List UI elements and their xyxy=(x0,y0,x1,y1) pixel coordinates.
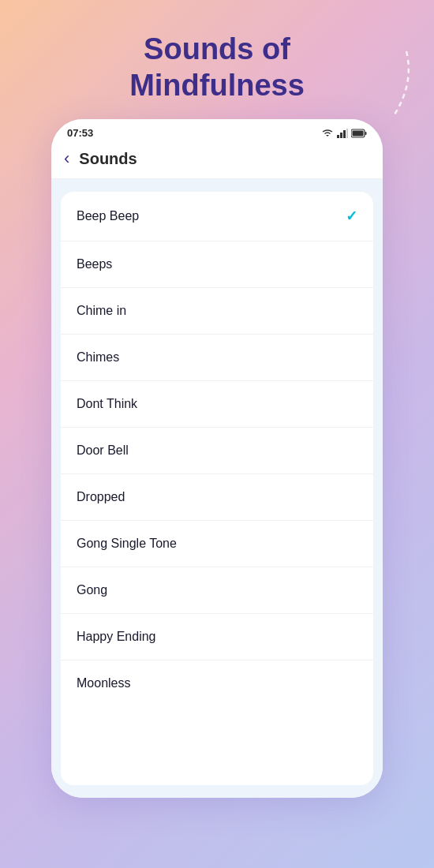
title-line2: Mindfulness xyxy=(129,69,305,102)
svg-rect-7 xyxy=(353,130,364,136)
svg-rect-2 xyxy=(340,133,342,138)
page-title-block: Sounds of Mindfulness xyxy=(129,32,305,103)
sound-item-chime-in[interactable]: Chime in xyxy=(61,288,373,335)
status-bar: 07:53 xyxy=(51,119,383,142)
sound-item-chimes[interactable]: Chimes xyxy=(61,335,373,381)
sound-item-dropped[interactable]: Dropped xyxy=(61,474,373,521)
sound-item-dont-think[interactable]: Dont Think xyxy=(61,381,373,428)
content-area: Beep Beep✓BeepsChime inChimesDont ThinkD… xyxy=(51,179,383,798)
title-line1: Sounds of xyxy=(144,32,290,65)
sound-label-door-bell: Door Bell xyxy=(77,443,129,458)
sound-list: Beep Beep✓BeepsChime inChimesDont ThinkD… xyxy=(61,192,373,785)
back-button[interactable]: ‹ xyxy=(64,148,69,169)
sound-item-beeps[interactable]: Beeps xyxy=(61,241,373,288)
svg-rect-4 xyxy=(346,129,348,138)
sound-label-happy-ending: Happy Ending xyxy=(77,630,156,644)
sound-label-moonless: Moonless xyxy=(77,676,130,690)
nav-title: Sounds xyxy=(79,150,137,168)
sound-item-gong[interactable]: Gong xyxy=(61,567,373,614)
sound-item-moonless[interactable]: Moonless xyxy=(61,660,373,706)
svg-rect-6 xyxy=(365,132,367,135)
svg-rect-3 xyxy=(343,130,346,138)
wifi-icon xyxy=(321,129,334,138)
phone-frame: 07:53 ‹ Sounds xyxy=(51,119,383,798)
sound-item-door-bell[interactable]: Door Bell xyxy=(61,428,373,474)
decorative-curve xyxy=(363,43,418,122)
sound-label-dropped: Dropped xyxy=(77,490,125,504)
sound-item-happy-ending[interactable]: Happy Ending xyxy=(61,614,373,660)
sound-item-gong-single-tone[interactable]: Gong Single Tone xyxy=(61,521,373,567)
sound-label-chimes: Chimes xyxy=(77,350,119,365)
selected-checkmark: ✓ xyxy=(346,208,357,225)
sound-item-beep-beep[interactable]: Beep Beep✓ xyxy=(61,192,373,241)
nav-bar: ‹ Sounds xyxy=(51,142,383,179)
sound-label-gong-single-tone: Gong Single Tone xyxy=(77,537,177,551)
sound-label-chime-in: Chime in xyxy=(77,304,126,318)
status-time: 07:53 xyxy=(67,127,93,139)
sound-label-beep-beep: Beep Beep xyxy=(77,209,139,223)
status-icons xyxy=(321,129,367,138)
sound-label-dont-think: Dont Think xyxy=(77,397,137,411)
svg-marker-0 xyxy=(326,135,329,137)
svg-rect-1 xyxy=(337,135,339,138)
signal-icon xyxy=(337,129,348,138)
sound-label-gong: Gong xyxy=(77,583,107,597)
battery-icon xyxy=(351,129,367,138)
sound-label-beeps: Beeps xyxy=(77,257,112,271)
